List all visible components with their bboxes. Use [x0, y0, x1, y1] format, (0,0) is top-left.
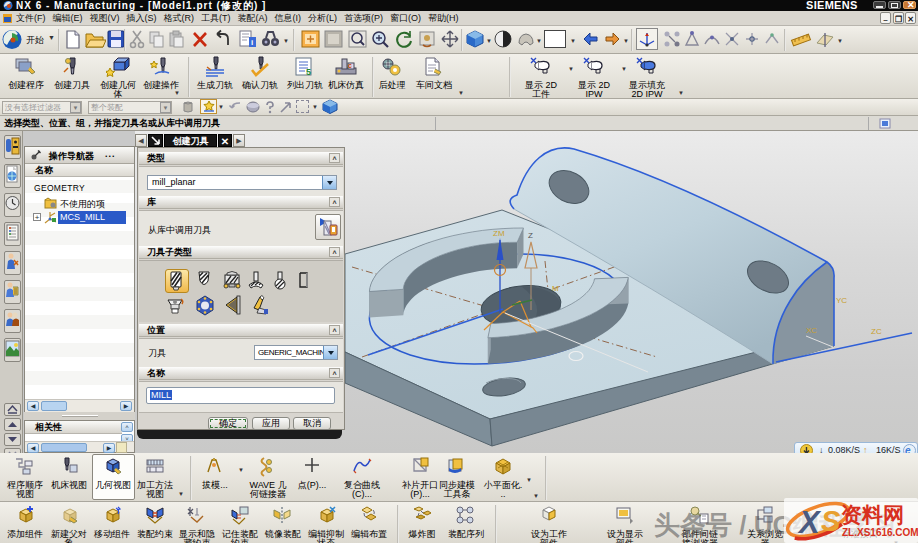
svg-text:M: M [552, 284, 559, 293]
svg-text:ZM: ZM [493, 229, 505, 238]
svg-text:XC: XC [806, 326, 817, 335]
svg-text:X: X [797, 505, 822, 540]
svg-text:Z: Z [528, 231, 533, 240]
svg-text:资料网: 资料网 [841, 503, 904, 526]
svg-text:5: 5 [306, 67, 311, 77]
svg-text:ZC: ZC [871, 327, 882, 336]
svg-text:S: S [821, 505, 841, 537]
svg-text:i: i [251, 38, 253, 47]
svg-text:YC: YC [836, 296, 847, 305]
svg-text:ZL.XS1616.COM: ZL.XS1616.COM [842, 527, 918, 538]
svg-text:c: c [348, 62, 352, 69]
